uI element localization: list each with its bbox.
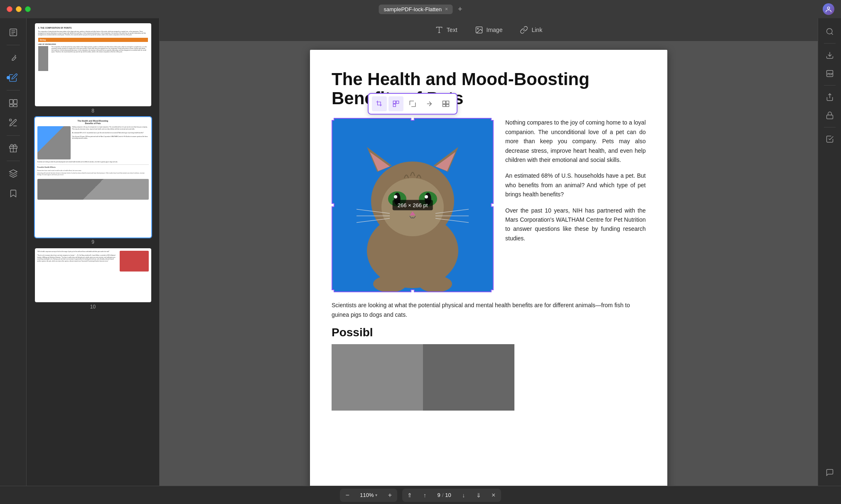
text-tool-button[interactable]: Text: [427, 22, 466, 37]
svg-rect-17: [443, 101, 446, 104]
tab-close-button[interactable]: ×: [445, 6, 448, 12]
active-tab[interactable]: samplePDF-lock-Flatten ×: [379, 5, 453, 14]
sidebar-item-layers[interactable]: [4, 164, 22, 183]
sidebar-item-gift[interactable]: [4, 139, 22, 157]
pdf-content-row: 266 × 266 pt Nothing compares to the joy…: [332, 118, 646, 292]
total-pages-number: 10: [445, 492, 451, 498]
page-separator: /: [442, 492, 444, 498]
thumb-8-img-row: The composition of internal points has m…: [38, 46, 148, 73]
pdf-bottom-image: [332, 344, 514, 411]
check-button[interactable]: [821, 131, 838, 147]
thumb-9-content: The Health and Mood-BoostingBenefits of …: [35, 117, 151, 237]
thumb-9-main: Nothing compares to the joy of coming ho…: [37, 126, 149, 159]
comment-button[interactable]: [821, 464, 838, 481]
pdf-text-column: Nothing compares to the joy of coming ho…: [505, 118, 646, 292]
thumb-10-number: 10: [90, 304, 96, 310]
download-button[interactable]: [821, 47, 838, 64]
image-arrow-button[interactable]: [422, 96, 437, 111]
thumb-9-number: 9: [91, 239, 94, 245]
sidebar-item-notes[interactable]: [4, 23, 22, 42]
page-last-button[interactable]: ⇓: [471, 489, 486, 502]
bottom-image-svg: [332, 344, 514, 411]
toolbar-group: Text Image Link: [427, 22, 551, 37]
image-crop-button[interactable]: [372, 96, 387, 111]
image-fit-button[interactable]: [389, 96, 403, 111]
thumbnail-panel: 3. THE COMPOSITION OF POINTS The composi…: [27, 18, 160, 486]
right-divider-3: [824, 127, 836, 127]
cat-image[interactable]: 266 × 266 pt: [332, 118, 494, 292]
thumb-8-subtitle: LINE OF KNOWLEDGE: [38, 43, 148, 45]
sidebar-item-edit[interactable]: [4, 69, 22, 87]
text-tool-label: Text: [447, 27, 457, 33]
right-divider-1: [824, 43, 836, 44]
top-toolbar: Text Image Link: [160, 18, 818, 42]
thumbnail-page-8[interactable]: 3. THE COMPOSITION OF POINTS The composi…: [32, 23, 154, 114]
sidebar-active-indicator: [7, 76, 10, 79]
sidebar-divider-3: [7, 135, 20, 136]
image-dimensions-badge: 266 × 266 pt: [393, 200, 433, 210]
svg-point-46: [826, 29, 832, 34]
image-tool-button[interactable]: Image: [467, 22, 511, 37]
svg-rect-13: [393, 101, 396, 104]
app-body: 3. THE COMPOSITION OF POINTS The composi…: [0, 18, 841, 486]
page-prev-button[interactable]: ↑: [417, 489, 432, 502]
pdf-paragraph-1: Nothing compares to the joy of coming ho…: [505, 118, 646, 164]
page-nav-close-button[interactable]: ×: [486, 489, 501, 502]
thumbnail-page-9[interactable]: The Health and Mood-BoostingBenefits of …: [32, 117, 154, 245]
svg-point-31: [394, 195, 397, 198]
thumb-9-health-section: Possible Health Effects: [37, 164, 149, 168]
zoom-in-button[interactable]: +: [382, 489, 397, 502]
svg-point-43: [419, 276, 452, 292]
svg-text:PDF: PDF: [827, 73, 833, 76]
page-next-button[interactable]: ↓: [456, 489, 471, 502]
thumb-9-dogs-image: [37, 179, 149, 200]
thumb-8-content: 3. THE COMPOSITION OF POINTS The composi…: [35, 23, 151, 106]
user-avatar[interactable]: [823, 3, 834, 15]
thumb-9-health-line-2: Interacting with animals has been shown …: [37, 172, 149, 176]
thumb-9-bottom-text: Scientists are looking at what the poten…: [37, 161, 149, 163]
zoom-percentage: 110%: [360, 492, 374, 498]
zoom-control: − 110% ▾ +: [340, 489, 397, 502]
lock-button[interactable]: [821, 107, 838, 124]
pdf-paragraph-3-text: Over the past 10 years, NIH has partnere…: [505, 207, 646, 242]
zoom-out-button[interactable]: −: [340, 489, 355, 502]
thumbnail-page-10[interactable]: "NIH is health, responses surveys to fin…: [32, 248, 154, 310]
zoom-value-display: 110% ▾: [355, 492, 382, 498]
sidebar-item-pages[interactable]: [4, 94, 22, 112]
right-divider-2: [824, 85, 836, 86]
pdf-paragraph-2-text: An estimated 68% of U.S. households have…: [505, 172, 646, 198]
sidebar-item-pen[interactable]: [4, 49, 22, 67]
thumb-10-page: "NIH is health, responses surveys to fin…: [35, 248, 151, 302]
svg-point-34: [425, 195, 428, 198]
svg-point-0: [827, 7, 829, 9]
svg-rect-8: [13, 105, 17, 107]
thumb-9-health-line-1: Researchers have noted mixed overall res…: [37, 170, 149, 171]
right-sidebar: PDF: [818, 18, 841, 486]
pdf-canvas: The Health and Mood-Boosting Benefits of…: [160, 42, 818, 486]
pdf-paragraph-3: Over the past 10 years, NIH has partnere…: [505, 206, 646, 243]
sidebar-item-bookmark[interactable]: [4, 184, 22, 203]
link-tool-button[interactable]: Link: [511, 22, 551, 37]
titlebar-center: samplePDF-lock-Flatten × +: [379, 5, 462, 14]
image-crop2-button[interactable]: [405, 96, 420, 111]
link-tool-label: Link: [531, 27, 542, 33]
image-selection-container[interactable]: 266 × 266 pt: [332, 118, 494, 292]
zoom-dropdown-icon[interactable]: ▾: [375, 493, 377, 497]
maximize-window-button[interactable]: [25, 6, 31, 12]
svg-rect-18: [446, 101, 449, 104]
thumb-10-image: [120, 251, 149, 272]
pdf-a-button[interactable]: PDF: [821, 65, 838, 82]
thumb-8-intro: The composition of internal points has m…: [38, 31, 148, 36]
share-button[interactable]: [821, 89, 838, 105]
image-layout-button[interactable]: [438, 96, 453, 111]
sidebar-item-annotate[interactable]: [4, 114, 22, 132]
close-window-button[interactable]: [7, 6, 12, 12]
svg-rect-15: [393, 104, 396, 107]
search-button[interactable]: [821, 23, 838, 40]
minimize-window-button[interactable]: [16, 6, 22, 12]
thumb-9-body: Nothing compares to the joy of coming ho…: [72, 126, 149, 159]
page-first-button[interactable]: ⇑: [402, 489, 417, 502]
new-tab-button[interactable]: +: [458, 5, 462, 14]
svg-rect-5: [9, 100, 12, 104]
thumb-9-health-bars: Researchers have noted mixed overall res…: [37, 170, 149, 176]
